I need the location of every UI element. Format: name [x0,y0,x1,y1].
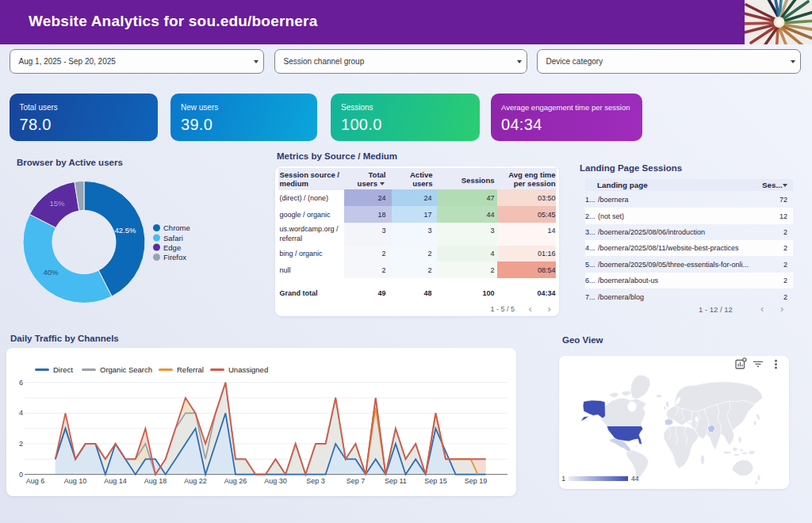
svg-text:44: 44 [631,475,639,483]
svg-text:2: 2 [19,440,23,448]
svg-text:Unassigned: Unassigned [228,365,268,374]
svg-text:42.5%: 42.5% [115,226,136,235]
svg-text:Chrome: Chrome [163,223,190,232]
svg-text:Sep 11: Sep 11 [385,477,407,485]
svg-text:Aug 30: Aug 30 [264,477,287,485]
svg-text:Safari: Safari [163,234,183,242]
svg-text:40%: 40% [43,268,59,277]
svg-text:Edge: Edge [163,243,181,252]
svg-text:Sep 19: Sep 19 [465,477,488,485]
svg-text:6: 6 [19,379,23,387]
svg-text:Aug 6: Aug 6 [26,477,45,485]
svg-text:Direct: Direct [53,365,73,374]
svg-text:Firefox: Firefox [163,253,186,262]
svg-text:Referral: Referral [177,365,204,374]
svg-text:4: 4 [19,409,23,417]
svg-text:15%: 15% [49,199,65,208]
svg-text:Aug 14: Aug 14 [104,477,127,485]
svg-text:Organic Search: Organic Search [100,365,152,374]
svg-text:Aug 22: Aug 22 [184,477,207,485]
svg-text:Aug 26: Aug 26 [224,477,247,485]
svg-text:Sep 7: Sep 7 [347,477,366,485]
svg-text:Sep 15: Sep 15 [424,477,447,485]
svg-text:1: 1 [561,475,565,483]
svg-text:Sep 3: Sep 3 [306,477,325,485]
svg-text:Aug 10: Aug 10 [64,477,87,485]
svg-text:Aug 18: Aug 18 [144,477,167,485]
svg-text:0: 0 [19,471,23,479]
